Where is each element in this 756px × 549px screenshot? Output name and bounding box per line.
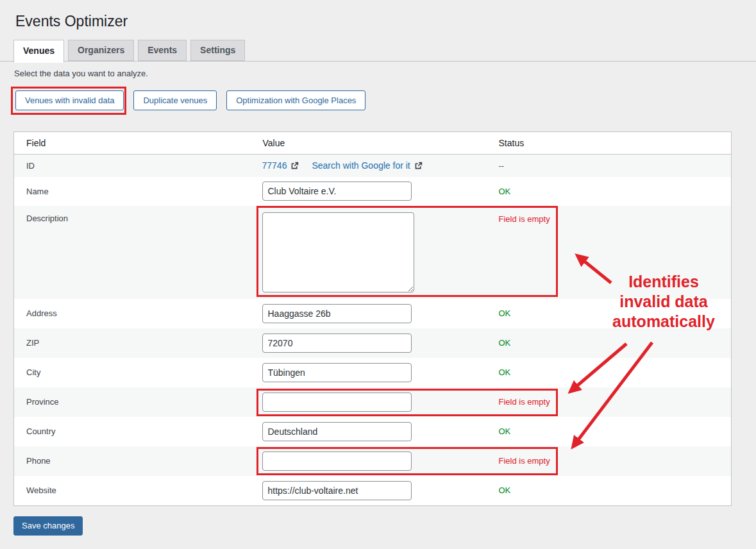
tab-settings[interactable]: Settings (190, 40, 245, 61)
intro-text: Select the data you want to analyze. (14, 69, 148, 78)
website-input[interactable] (262, 481, 412, 500)
duplicate-venues-button[interactable]: Duplicate venues (133, 90, 217, 110)
table-row-city: City OK (14, 358, 732, 387)
status-city: OK (494, 358, 732, 387)
field-label-province: Province (14, 387, 260, 417)
name-input[interactable] (262, 182, 412, 201)
table-row-name: Name OK (14, 177, 732, 206)
city-input[interactable] (262, 363, 412, 382)
column-header-field: Field (14, 132, 260, 155)
external-link-icon (290, 162, 299, 170)
field-label-address: Address (14, 299, 260, 328)
status-address: OK (494, 299, 732, 328)
column-header-status: Status (494, 132, 732, 155)
tab-venues[interactable]: Venues (13, 40, 64, 63)
field-label-id: ID (14, 155, 260, 177)
status-province: Field is empty (494, 387, 732, 417)
google-places-button[interactable]: Optimization with Google Places (226, 90, 365, 110)
venue-id-link[interactable]: 77746 (262, 160, 287, 171)
province-input[interactable] (262, 393, 412, 412)
phone-input[interactable] (262, 452, 412, 471)
address-input[interactable] (262, 304, 412, 323)
venues-invalid-data-button[interactable]: Venues with invalid data (15, 90, 124, 110)
field-label-description: Description (14, 206, 260, 299)
description-textarea[interactable] (262, 212, 414, 292)
tab-events[interactable]: Events (138, 40, 187, 61)
table-row-description: Description Field is empty (14, 206, 732, 299)
table-row-address: Address OK (14, 299, 732, 328)
tab-organizers[interactable]: Organizers (68, 40, 134, 61)
status-country: OK (494, 417, 732, 446)
field-label-zip: ZIP (14, 328, 260, 358)
zip-input[interactable] (262, 334, 412, 353)
status-zip: OK (494, 328, 732, 358)
column-header-value: Value (260, 132, 494, 155)
table-row-id: ID 77746 Search with Google for it -- (14, 155, 732, 177)
table-row-zip: ZIP OK (14, 328, 732, 358)
table-row-phone: Phone Field is empty (14, 446, 732, 476)
status-description: Field is empty (494, 206, 732, 299)
country-input[interactable] (262, 422, 412, 441)
status-name: OK (494, 177, 732, 206)
field-label-city: City (14, 358, 260, 387)
table-row-province: Province Field is empty (14, 387, 732, 417)
save-changes-button[interactable]: Save changes (13, 516, 83, 536)
field-label-name: Name (14, 177, 260, 206)
table-row-country: Country OK (14, 417, 732, 446)
analyze-actions: Venues with invalid data Duplicate venue… (15, 90, 365, 110)
google-search-link[interactable]: Search with Google for it (312, 160, 410, 171)
tab-bar: Venues Organizers Events Settings (0, 40, 756, 62)
status-website: OK (494, 476, 732, 506)
page-title: Events Optimizer (15, 13, 128, 30)
table-row-website: Website OK (14, 476, 732, 506)
field-label-website: Website (14, 476, 260, 506)
status-id: -- (494, 155, 732, 177)
table-header-row: Field Value Status (14, 132, 732, 155)
field-label-country: Country (14, 417, 260, 446)
external-link-icon (414, 162, 423, 170)
venue-fields-table: Field Value Status ID 77746 Search with … (13, 131, 732, 506)
status-phone: Field is empty (494, 446, 732, 476)
field-label-phone: Phone (14, 446, 260, 476)
